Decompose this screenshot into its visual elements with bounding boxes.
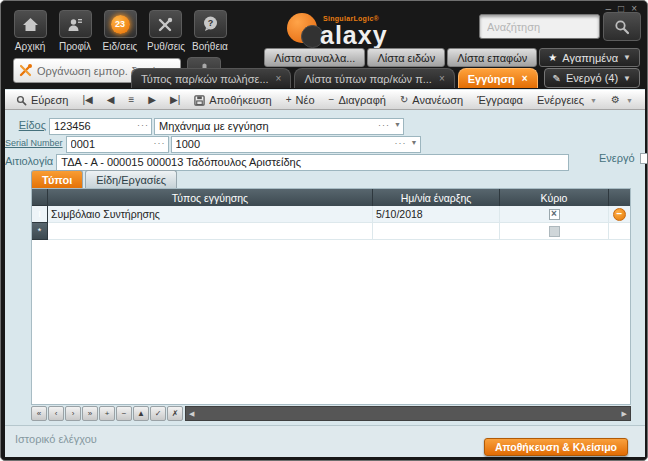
minus-icon: − [329, 95, 335, 105]
open-tabs-strip: Τύπος παρ/κών πωλήσε... × Λίστα τύπων πα… [131, 68, 640, 88]
cell-main [500, 223, 609, 240]
app-icon-bar: Αρχική Προφίλ 23 Ειδ/σεις [12, 10, 228, 52]
new-label: Νέο [296, 94, 315, 106]
cell-start-date[interactable] [373, 223, 500, 240]
horizontal-scrollbar[interactable]: ◀ ▶ [185, 406, 631, 421]
help-button[interactable]: ? Βοήθεια [192, 10, 228, 52]
cell-warranty-type[interactable]: Συμβόλαιο Συντήρησης [48, 206, 373, 223]
warranty-types-grid: Τύπος εγγύησης Ημ/νία έναρξης Κύριο I Συ… [31, 188, 631, 405]
pager-cancel-button[interactable]: ✗ [167, 406, 183, 421]
user-button[interactable]: Χρήστης ▼ [641, 92, 648, 108]
notifications-badge-icon: 23 [111, 15, 130, 34]
search-button[interactable] [603, 12, 641, 41]
settings-button[interactable]: Ρυθ/σεις [147, 10, 183, 52]
scroll-right-icon[interactable]: ▶ [622, 410, 627, 418]
form-row-reason: Αιτιολογία [5, 152, 645, 169]
chevron-down-icon: ▼ [626, 97, 633, 104]
logo-product-text: alaxy [320, 21, 388, 50]
refresh-button[interactable]: ↻ Ανανέωση [394, 92, 469, 108]
remove-row-button[interactable]: − [613, 208, 626, 221]
detail-tabs: Τύποι Είδη/Εργασίες [31, 170, 177, 188]
plus-icon: + [286, 95, 292, 105]
column-main[interactable]: Κύριο [500, 189, 609, 206]
column-warranty-type[interactable]: Τύπος εγγύησης [48, 189, 373, 206]
profile-button[interactable]: Προφίλ [57, 10, 93, 52]
last-record-icon: ▶| [170, 95, 180, 105]
chevron-down-icon[interactable]: ▼ [394, 121, 401, 128]
wrench-icon [18, 63, 33, 78]
audit-history-link[interactable]: Ιστορικό ελέγχου [15, 433, 97, 445]
first-record-button[interactable]: |◀ [76, 92, 98, 108]
toolbar-settings-button[interactable]: ⚙ ▼ [605, 92, 639, 108]
notifications-button[interactable]: 23 Ειδ/σεις [102, 10, 138, 52]
lookup-icon[interactable]: ··· [395, 138, 407, 148]
chevron-down-icon: ▼ [590, 97, 597, 104]
table-row[interactable]: I Συμβόλαιο Συντήρησης 5/10/2018 × − [32, 206, 630, 223]
cell-start-date[interactable]: 5/10/2018 [373, 206, 500, 223]
save-label: Αποθήκευση [209, 94, 271, 106]
active-filter-button[interactable]: ✎ Ενεργό (4) ▼ [544, 68, 640, 88]
notifications-label: Ειδ/σεις [102, 41, 138, 52]
tab-close-icon[interactable]: × [439, 73, 445, 84]
lookup-icon[interactable]: ··· [154, 138, 166, 148]
reason-field[interactable] [56, 154, 569, 171]
column-start-date[interactable]: Ημ/νία έναρξης [373, 189, 500, 206]
tab-label: Εγγύηση [468, 73, 515, 85]
cell-warranty-type[interactable] [48, 223, 373, 240]
serial-value-field[interactable] [171, 136, 421, 153]
lookup-icon[interactable]: ··· [137, 120, 149, 130]
tab-close-icon[interactable]: × [276, 73, 282, 84]
tab-sales-doc-type[interactable]: Τύπος παρ/κών πωλήσε... × [131, 68, 291, 88]
previous-record-icon: ◀ [107, 95, 115, 105]
pager-confirm-button[interactable]: ✓ [150, 406, 166, 421]
pager-prev-button[interactable]: ‹ [48, 406, 64, 421]
search-input[interactable] [485, 18, 594, 37]
pager-add-button[interactable]: + [99, 406, 115, 421]
reason-label: Αιτιολογία [5, 155, 56, 167]
pager-next-button[interactable]: › [65, 406, 81, 421]
item-code-wrap: ··· [49, 116, 152, 133]
pager-remove-button[interactable]: − [116, 406, 132, 421]
item-link[interactable]: Είδος [5, 119, 49, 131]
tab-close-icon[interactable]: × [522, 73, 528, 84]
find-button[interactable]: Εύρεση [10, 92, 74, 108]
quick-link-contacts[interactable]: Λίστα επαφών [447, 48, 537, 67]
save-button[interactable]: Αποθήκευση [188, 92, 277, 108]
new-button[interactable]: + Νέο [280, 92, 321, 108]
lookup-icon[interactable]: ··· [378, 120, 390, 130]
documents-label: Έγγραφα [477, 94, 523, 106]
gear-icon: ⚙ [611, 95, 620, 105]
tab-types[interactable]: Τύποι [31, 170, 83, 188]
previous-record-button[interactable]: ◀ [101, 92, 121, 108]
documents-button[interactable]: Έγγραφα [471, 92, 529, 108]
favorites-button[interactable]: ★ Αγαπημένα ▼ [539, 48, 640, 67]
column-actions [609, 189, 630, 206]
save-and-close-button[interactable]: Αποθήκευση & Κλείσιμο [484, 438, 628, 456]
pager-last-button[interactable]: » [82, 406, 98, 421]
settings-label: Ρυθ/σεις [147, 41, 183, 52]
grid-header-gutter [32, 189, 48, 206]
last-record-button[interactable]: ▶| [164, 92, 186, 108]
scroll-left-icon[interactable]: ◀ [189, 410, 194, 418]
table-new-row[interactable]: * [32, 223, 630, 240]
chevron-down-icon: ▼ [623, 53, 631, 62]
tab-items-works[interactable]: Είδη/Εργασίες [85, 170, 177, 188]
delete-button[interactable]: − Διαγραφή [323, 92, 392, 108]
pager-edit-button[interactable]: ▲ [133, 406, 149, 421]
record-list-button[interactable]: ≡ [122, 92, 140, 108]
tab-doc-types-list[interactable]: Λίστα τύπων παρ/κών π... × [294, 68, 454, 88]
main-checkbox[interactable]: × [549, 209, 560, 220]
svg-text:?: ? [207, 18, 213, 28]
actions-button[interactable]: Ενέργειες ▼ [531, 92, 603, 108]
pager-first-button[interactable]: « [31, 406, 47, 421]
chevron-down-icon[interactable]: ▼ [411, 139, 418, 146]
search-icon [16, 95, 27, 106]
home-button[interactable]: Αρχική [12, 10, 48, 52]
quick-link-items[interactable]: Λίστα ειδών [367, 48, 445, 67]
next-record-button[interactable]: ▶ [142, 92, 162, 108]
serial-number-link[interactable]: Serial Number [5, 138, 66, 148]
quick-link-transactions[interactable]: Λίστα συναλλα... [264, 48, 365, 67]
item-description-field[interactable] [154, 118, 404, 135]
active-checkbox[interactable] [640, 153, 648, 164]
tab-warranty[interactable]: Εγγύηση × [458, 68, 538, 88]
